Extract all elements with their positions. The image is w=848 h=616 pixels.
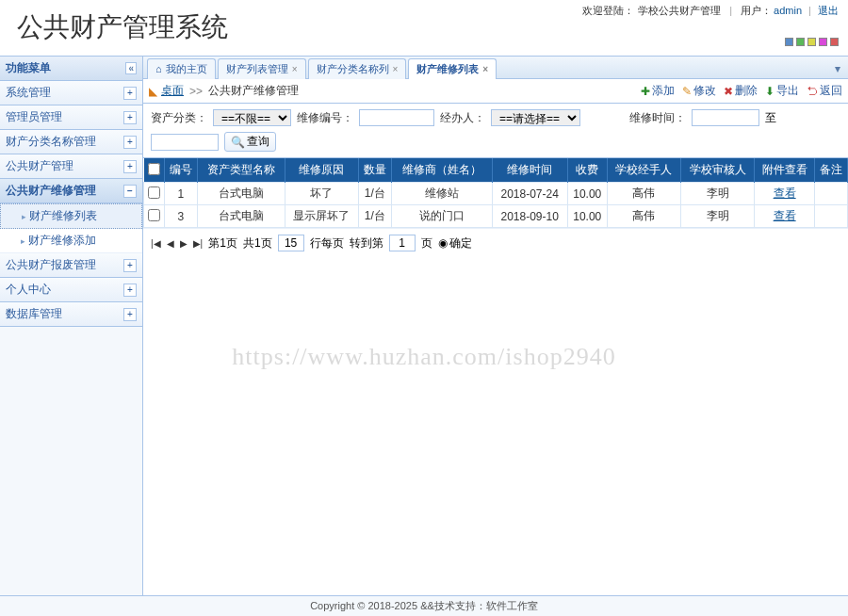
time-from-input[interactable] xyxy=(692,109,759,126)
row-checkbox[interactable] xyxy=(148,186,160,199)
welcome-label: 欢迎登陆： xyxy=(582,5,634,16)
close-icon[interactable]: × xyxy=(292,64,298,74)
column-header: 资产类型名称 xyxy=(197,158,285,183)
goto-suffix: 页 xyxy=(421,235,432,251)
close-icon[interactable]: × xyxy=(482,64,488,74)
sidebar-item[interactable]: 财产分类名称管理+ xyxy=(0,130,142,154)
sidebar-item[interactable]: 公共财产报废管理+ xyxy=(0,253,142,278)
cell-qty: 1/台 xyxy=(358,183,391,205)
column-header: 备注 xyxy=(815,158,848,183)
column-header: 学校审核人 xyxy=(681,158,755,183)
sidebar: 功能菜单 « 系统管理+管理员管理+财产分类名称管理+公共财产管理+公共财产维修… xyxy=(0,57,143,601)
data-table: 编号资产类型名称维修原因数量维修商（姓名）维修时间收费学校经手人学校审核人附件查… xyxy=(143,158,848,228)
column-header: 维修商（姓名） xyxy=(391,158,492,183)
time-to-label: 至 xyxy=(765,110,776,126)
cell-qty: 1/台 xyxy=(358,205,391,228)
view-link[interactable]: 查看 xyxy=(774,209,796,222)
edit-button[interactable]: ✎修改 xyxy=(682,83,716,99)
expand-icon[interactable]: + xyxy=(123,136,137,149)
prev-page-icon[interactable]: ◀ xyxy=(167,238,174,249)
category-select[interactable]: ==不限== xyxy=(213,109,291,126)
theme-square[interactable] xyxy=(796,38,805,46)
column-header: 维修原因 xyxy=(285,158,358,183)
theme-square[interactable] xyxy=(807,38,816,46)
expand-icon[interactable]: + xyxy=(123,111,137,124)
breadcrumb-home[interactable]: 桌面 xyxy=(161,83,184,99)
repair-no-label: 维修编号： xyxy=(297,110,353,126)
back-button[interactable]: ⮌返回 xyxy=(807,83,842,99)
cell-fee: 10.00 xyxy=(567,205,607,228)
breadcrumb-icon: ◣ xyxy=(149,85,157,98)
expand-icon[interactable]: + xyxy=(123,259,137,272)
goto-ok-button[interactable]: ◉确定 xyxy=(438,235,472,251)
time-to-input[interactable] xyxy=(151,134,219,151)
add-button[interactable]: ✚添加 xyxy=(641,83,675,99)
sidebar-item[interactable]: 公共财产管理+ xyxy=(0,154,142,179)
tab[interactable]: ⌂我的主页 xyxy=(147,58,216,79)
cell-note xyxy=(815,205,848,228)
expand-icon[interactable]: + xyxy=(123,284,137,297)
tab[interactable]: 财产维修列表× xyxy=(408,58,497,79)
table-row: 1台式电脑坏了1/台维修站2018-07-2410.00高伟李明查看 xyxy=(144,183,848,205)
theme-square[interactable] xyxy=(819,38,827,46)
sidebar-item[interactable]: 管理员管理+ xyxy=(0,105,142,130)
expand-icon[interactable]: + xyxy=(123,308,137,321)
last-page-icon[interactable]: ▶| xyxy=(193,238,204,249)
sidebar-collapse-icon[interactable]: « xyxy=(125,62,137,74)
per-page-input[interactable] xyxy=(278,235,304,251)
theme-square[interactable] xyxy=(785,38,793,46)
goto-label: 转到第 xyxy=(350,235,383,251)
export-icon: ⬇ xyxy=(765,85,775,98)
expand-icon[interactable]: + xyxy=(123,87,137,100)
search-icon: 🔍 xyxy=(231,136,245,149)
sidebar-item-label: 公共财产报废管理 xyxy=(6,257,96,273)
cell-fee: 10.00 xyxy=(567,183,607,205)
sidebar-item-label: 财产分类名称管理 xyxy=(6,134,96,150)
tab-bar: ⌂我的主页财产列表管理×财产分类名称列×财产维修列表×▾ xyxy=(143,57,848,79)
goto-input[interactable] xyxy=(389,235,416,251)
cell-vendor: 说的门口 xyxy=(391,205,492,228)
column-header: 数量 xyxy=(358,158,391,183)
export-button[interactable]: ⬇导出 xyxy=(765,83,799,99)
row-checkbox[interactable] xyxy=(148,209,160,221)
cell-vendor: 维修站 xyxy=(391,183,492,205)
logout-link[interactable]: 退出 xyxy=(818,5,839,16)
user-label: 用户： xyxy=(741,5,772,16)
cell-auditor: 李明 xyxy=(681,183,755,205)
close-icon[interactable]: × xyxy=(393,64,399,74)
cell-type: 台式电脑 xyxy=(197,205,285,228)
tab-label: 财产列表管理 xyxy=(226,62,288,76)
tab[interactable]: 财产分类名称列× xyxy=(308,58,407,79)
first-page-icon[interactable]: |◀ xyxy=(151,238,161,249)
next-page-icon[interactable]: ▶ xyxy=(180,238,188,249)
sidebar-item[interactable]: 公共财产维修管理− xyxy=(0,179,142,203)
category-label: 资产分类： xyxy=(151,110,207,126)
theme-square[interactable] xyxy=(830,38,839,46)
expand-icon[interactable]: − xyxy=(123,185,137,198)
select-all-checkbox[interactable] xyxy=(148,163,160,175)
sidebar-item[interactable]: 数据库管理+ xyxy=(0,302,142,327)
sidebar-item[interactable]: 个人中心+ xyxy=(0,278,142,302)
handler-select[interactable]: ==请选择== xyxy=(491,109,580,126)
username-link[interactable]: admin xyxy=(774,5,802,16)
tab[interactable]: 财产列表管理× xyxy=(218,58,306,79)
sidebar-item-label: 管理员管理 xyxy=(6,109,62,125)
expand-icon[interactable]: + xyxy=(123,160,137,173)
sidebar-subitem[interactable]: 财产维修添加 xyxy=(0,229,142,253)
column-header xyxy=(144,158,165,183)
sidebar-item-label: 公共财产管理 xyxy=(6,158,73,174)
sidebar-subitem[interactable]: 财产维修列表 xyxy=(0,203,142,229)
delete-icon: ✖ xyxy=(724,85,733,98)
cell-type: 台式电脑 xyxy=(197,183,285,205)
column-header: 收费 xyxy=(567,158,607,183)
sidebar-item[interactable]: 系统管理+ xyxy=(0,81,142,105)
cell-id: 1 xyxy=(165,183,198,205)
delete-button[interactable]: ✖删除 xyxy=(724,83,758,99)
repair-no-input[interactable] xyxy=(359,109,434,126)
tabs-collapse-icon[interactable]: ▾ xyxy=(831,62,844,75)
view-link[interactable]: 查看 xyxy=(774,186,796,200)
cell-note xyxy=(815,183,848,205)
search-button[interactable]: 🔍查询 xyxy=(224,132,276,152)
cell-reason: 显示屏坏了 xyxy=(285,205,358,228)
per-page-label: 行每页 xyxy=(310,235,344,251)
